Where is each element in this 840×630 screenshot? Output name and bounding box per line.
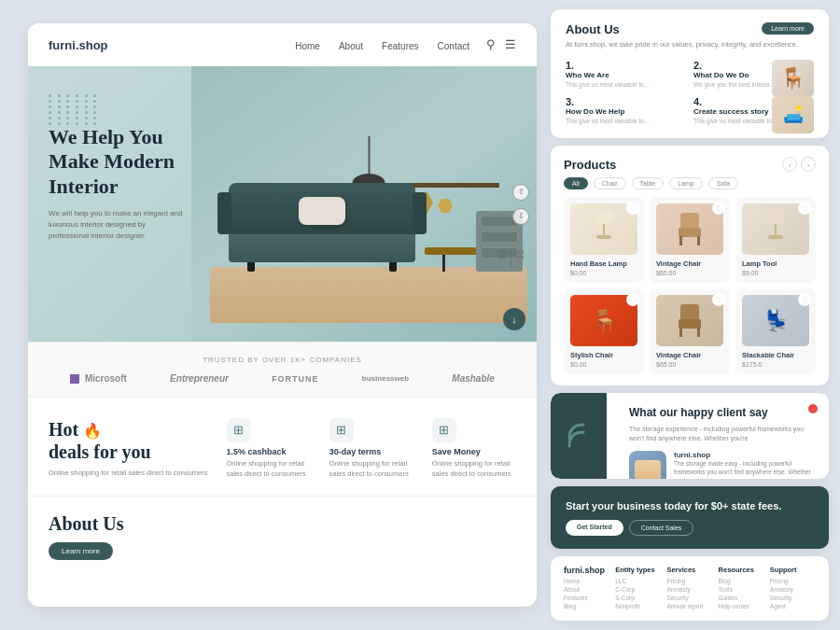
- deal-cashback: ⊞ 1.5% cashback Online shopping for reta…: [227, 418, 311, 479]
- dots-decoration: [49, 94, 100, 125]
- product-price-chair2: $0.00: [570, 361, 637, 368]
- footer-col-resources-title: Resources: [719, 566, 764, 574]
- filter-all[interactable]: All: [564, 177, 588, 189]
- product-name-lamp2: Lamp Tool: [742, 259, 809, 268]
- logo-microsoft: Microsoft: [70, 373, 127, 384]
- product-lamp2: ♡ Lamp Tool $9.00: [735, 197, 816, 283]
- footer-support-item-1: Pricing: [770, 578, 816, 584]
- footer-services-item-3: Security: [666, 595, 712, 601]
- about-learn-btn[interactable]: Learn more: [762, 22, 814, 35]
- navbar: furni.shop Home About Features Contact ⚲…: [28, 23, 537, 66]
- product-chair2: ♡ 🪑 Stylish Chair $0.00: [564, 288, 644, 374]
- terms-icon: ⊞: [329, 418, 354, 442]
- deal-terms-desc: Online shopping for retail sales direct …: [329, 459, 413, 479]
- footer-resources-item-4: Help center: [719, 603, 764, 609]
- filter-lamp[interactable]: Lamp: [669, 177, 703, 189]
- footer-col-brand-item-4: Blog: [564, 603, 609, 609]
- footer-col-support: Support Pricing Amnesty Security Agent: [770, 566, 816, 611]
- hero-content: We Help You Make Modern Interior We will…: [49, 94, 212, 242]
- hero-prev-btn[interactable]: ⇧: [512, 184, 529, 201]
- testimonial-accent: [551, 393, 607, 478]
- save-icon: ⊞: [432, 418, 456, 442]
- footer-card: furni.shop Home About Features Blog Enti…: [551, 556, 829, 621]
- search-icon[interactable]: ⚲: [486, 37, 496, 52]
- products-grid: ♡ Hand Base Lamp $0.00 ♡: [564, 197, 816, 374]
- testimonial-dot: [808, 404, 818, 413]
- footer-resources-item-2: Tools: [719, 586, 764, 593]
- cta-contact-sales-btn[interactable]: Contact Sales: [629, 520, 694, 536]
- right-panel: About Us At furni.shop, we take pride in…: [551, 9, 829, 621]
- about-card-subtitle: At furni.shop, we take pride in our valu…: [566, 40, 814, 50]
- products-header: Products ‹ ›: [564, 157, 816, 172]
- about-desc-3: This give us most valuable to...: [566, 118, 686, 125]
- nav-home[interactable]: Home: [295, 41, 320, 51]
- testimonial-content: What our happy client say The storage ex…: [629, 406, 814, 478]
- hero-image: ⇧ ⇩ 01——06 ↓: [191, 66, 537, 342]
- nav-about[interactable]: About: [339, 41, 363, 51]
- product-name-chair3: Vintage Chair: [656, 351, 723, 359]
- footer-col-brand-item-3: Features: [564, 595, 609, 601]
- logo-entrepreneur: Entrepreneur: [170, 373, 229, 384]
- user-review: The storage made easy - including powerf…: [674, 459, 814, 479]
- filter-sofa[interactable]: Sofa: [708, 177, 738, 189]
- footer-col-support-title: Support: [770, 566, 816, 574]
- about-label-3: How Do We Help: [566, 107, 686, 116]
- about-item-1: 1. Who We Are This give us most valuable…: [566, 60, 686, 89]
- deal-save-desc: Online shopping for retail sales direct …: [432, 459, 516, 479]
- footer-services-item-2: Amnesty: [666, 586, 712, 593]
- about-section-left: About Us Learn more: [28, 496, 537, 577]
- products-next-btn[interactable]: ›: [801, 157, 816, 172]
- product-name-chair1: Vintage Chair: [656, 259, 723, 268]
- menu-icon[interactable]: ☰: [505, 37, 516, 52]
- hot-deals-description: Online shopping for retail sales direct …: [49, 469, 208, 479]
- hot-deals-title: Hot 🔥 deals for you Online shopping for …: [49, 418, 208, 479]
- footer-col-services-title: Services: [666, 566, 712, 574]
- cta-get-started-btn[interactable]: Get Started: [566, 520, 623, 536]
- testimonial-title: What our happy client say: [629, 406, 814, 421]
- about-desc-1: This give us most valuable to...: [566, 81, 686, 89]
- download-button[interactable]: ↓: [503, 308, 525, 330]
- footer-support-item-2: Amnesty: [770, 586, 816, 593]
- about-item-3: 3. How Do We Help This give us most valu…: [566, 96, 686, 125]
- about-grid: 1. Who We Are This give us most valuable…: [566, 60, 814, 126]
- product-chair1: ♡ Vintage Chair $65.00: [650, 197, 730, 283]
- fire-icon: 🔥: [83, 423, 102, 439]
- footer-col-resources: Resources Blog Tools Guides Help center: [719, 566, 764, 611]
- table-img-bg: 🛋️: [772, 96, 814, 133]
- deal-terms: ⊞ 30-day terms Online shopping for retai…: [329, 418, 413, 479]
- cta-title: Start your business today for $0+ state …: [566, 499, 814, 512]
- hot-deals-section: Hot 🔥 deals for you Online shopping for …: [28, 398, 537, 496]
- products-prev-btn[interactable]: ‹: [782, 157, 797, 172]
- footer-entity-item-4: Nonprofit: [615, 603, 661, 609]
- about-item-2: 2. What Do We Do We give you the best in…: [693, 60, 814, 89]
- hero-description: We will help you to make an elegant and …: [49, 208, 184, 242]
- products-nav: ‹ ›: [782, 157, 816, 172]
- hero-section: We Help You Make Modern Interior We will…: [28, 66, 537, 342]
- about-label-1: Who We Are: [566, 71, 686, 79]
- footer-entity-item-1: LLC: [615, 578, 661, 584]
- footer-resources-item-3: Guides: [719, 595, 764, 601]
- about-learn-more-btn[interactable]: Learn more: [49, 542, 113, 560]
- lamp-illustration-2: [764, 211, 787, 248]
- products-filter: All Chair Table Lamp Sofa: [564, 177, 816, 189]
- cta-card: Start your business today for $0+ state …: [551, 486, 829, 549]
- hero-next-btn[interactable]: ⇩: [512, 208, 529, 225]
- footer-entity-item-3: S-Corp: [615, 595, 661, 601]
- logo-mashable: Mashable: [452, 373, 495, 384]
- footer-support-item-3: Security: [770, 595, 816, 601]
- product-lamp1: ♡ Hand Base Lamp $0.00: [564, 197, 644, 283]
- chair-image: 🪑: [772, 60, 814, 97]
- footer-col-services: Services Pricing Amnesty Security Annual…: [666, 566, 712, 611]
- footer-logo: furni.shop: [564, 566, 609, 575]
- footer-services-item-1: Pricing: [666, 578, 712, 584]
- footer-col-brand-item-1: Home: [564, 578, 609, 584]
- hot-deals-heading: Hot 🔥 deals for you: [49, 418, 208, 463]
- nav-features[interactable]: Features: [382, 41, 418, 51]
- filter-chair[interactable]: Chair: [594, 177, 626, 189]
- floor: [210, 267, 527, 323]
- testimonial-user: furni.shop The storage made easy - inclu…: [629, 451, 814, 479]
- lamp-illustration-1: [593, 211, 615, 248]
- product-price-lamp1: $0.00: [570, 270, 637, 276]
- filter-table[interactable]: Table: [632, 177, 665, 189]
- nav-contact[interactable]: Contact: [438, 41, 469, 51]
